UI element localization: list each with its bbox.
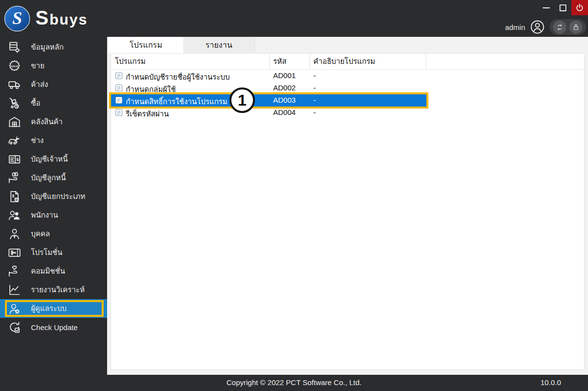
- sidebar-item-label: ช่าง: [31, 135, 44, 146]
- sidebar-item-label: บุคคล: [31, 228, 50, 240]
- promotion-icon: [8, 246, 21, 259]
- program-code: AD003: [273, 96, 296, 104]
- sidebar-item-label: ค้าส่ง: [31, 79, 48, 90]
- user-avatar-icon[interactable]: [530, 20, 545, 34]
- sale-icon: SALE: [8, 59, 21, 73]
- program-doc-icon: [115, 72, 123, 81]
- lock-icon: [572, 23, 580, 31]
- table-row[interactable]: กำหนดกลุ่มผู้ใช้ AD002 -: [111, 82, 584, 94]
- mechanic-icon: [8, 134, 21, 147]
- sidebar-nav: ข้อมูลหลัก SALE ขาย ค้าส่ง: [0, 37, 107, 391]
- sidebar-item-accounts-receivable[interactable]: บัญชีลูกหนี้: [0, 168, 107, 187]
- program-doc-icon: [115, 96, 123, 106]
- program-code: AD001: [273, 71, 296, 80]
- app-logo: S Sbuys: [4, 4, 88, 33]
- sidebar-item-label: Check Update: [31, 323, 78, 332]
- sidebar-item-check-update[interactable]: Check Update: [0, 318, 107, 336]
- column-header-program: โปรแกรม: [111, 54, 270, 69]
- main-content: โปรแกรม รายงาน โปรแกรม รหัส คำอธิบายโปรแ…: [107, 37, 588, 375]
- quick-actions: [550, 19, 586, 35]
- table-row[interactable]: กำหนดบัญชีรายชื่อผู้ใช้งานระบบ AD001 -: [111, 70, 584, 82]
- tab-bar: โปรแกรม รายงาน: [107, 37, 588, 53]
- tab-report[interactable]: รายงาน: [183, 37, 255, 53]
- power-button[interactable]: [571, 0, 588, 15]
- sidebar-item-purchase[interactable]: ซื้อ: [0, 94, 107, 112]
- lock-button[interactable]: [569, 21, 583, 34]
- title-bar: S Sbuys admin: [0, 0, 588, 37]
- sidebar-item-label: ซื้อ: [31, 97, 40, 109]
- tab-program[interactable]: โปรแกรม: [109, 37, 183, 53]
- program-name: กำหนดกลุ่มผู้ใช้: [126, 84, 176, 95]
- table-row-selected[interactable]: กำหนดสิทธิ์การใช้งานโปรแกรม AD003 -: [111, 94, 426, 107]
- maximize-icon: [558, 2, 568, 13]
- sidebar-item-person[interactable]: บุคคล: [0, 224, 107, 243]
- general-ledger-icon: $: [8, 190, 21, 203]
- sidebar-item-wholesale[interactable]: ค้าส่ง: [0, 75, 107, 94]
- master-data-icon: [8, 41, 21, 54]
- minimize-button[interactable]: [538, 0, 555, 15]
- program-list-panel: โปรแกรม รหัส คำอธิบายโปรแกรม กำหนดบัญชีร…: [111, 53, 585, 370]
- sidebar-item-label: ขาย: [31, 60, 44, 72]
- column-header-description: คำอธิบายโปรแกรม: [310, 54, 426, 69]
- sidebar-item-label: บัญชีเจ้าหนี้: [31, 153, 68, 165]
- step-annotation-circle: 1: [229, 87, 255, 113]
- sidebar-item-promotion[interactable]: โปรโมชั่น: [0, 243, 107, 262]
- warehouse-icon: [8, 115, 21, 129]
- user-area: admin: [505, 19, 586, 35]
- program-description: -: [313, 108, 316, 116]
- person-icon: [8, 227, 21, 241]
- table-body: กำหนดบัญชีรายชื่อผู้ใช้งานระบบ AD001 - ก…: [111, 70, 584, 119]
- maximize-button[interactable]: [555, 0, 571, 15]
- sidebar-item-sale[interactable]: SALE ขาย: [0, 56, 107, 75]
- delivery-truck-icon: [8, 78, 21, 91]
- column-header-code: รหัส: [270, 54, 310, 69]
- status-bar: Copyright © 2022 PCT Software Co., Ltd. …: [0, 375, 588, 391]
- sidebar-item-label: บัญชีลูกหนี้: [31, 172, 66, 184]
- sidebar-item-label: บัญชีแยกประเภท: [31, 191, 85, 202]
- program-name: รีเซ็ตรหัสผ่าน: [126, 108, 169, 120]
- program-code: AD002: [273, 84, 296, 92]
- sidebar-item-master-data[interactable]: ข้อมูลหลัก: [0, 38, 107, 56]
- sbuys-logo-icon: S: [4, 5, 30, 32]
- program-name: กำหนดสิทธิ์การใช้งานโปรแกรม: [126, 96, 227, 108]
- sidebar-item-admin[interactable]: ผู้ดูแลระบบ: [0, 299, 107, 318]
- analytics-icon: [8, 283, 21, 297]
- table-row[interactable]: รีเซ็ตรหัสผ่าน AD004 -: [111, 107, 584, 119]
- program-description: -: [313, 71, 316, 80]
- program-name: กำหนดบัญชีรายชื่อผู้ใช้งานระบบ: [126, 71, 230, 83]
- sidebar-item-label: รายงานวิเคราะห์: [31, 284, 84, 296]
- sidebar-item-employees[interactable]: พนักงาน: [0, 206, 107, 224]
- sidebar-item-label: คลังสินค้า: [31, 116, 62, 128]
- check-update-icon: [8, 321, 21, 334]
- power-icon: [574, 2, 585, 13]
- accounts-receivable-icon: [8, 171, 21, 185]
- copyright-text: Copyright © 2022 PCT Software Co., Ltd.: [0, 378, 588, 387]
- sidebar-item-mechanic[interactable]: ช่าง: [0, 131, 107, 150]
- refresh-button[interactable]: [553, 21, 566, 34]
- sidebar-item-general-ledger[interactable]: $ บัญชีแยกประเภท: [0, 187, 107, 206]
- sidebar-item-accounts-payable[interactable]: $ บัญชีเจ้าหนี้: [0, 150, 107, 168]
- admin-user-icon: [8, 302, 21, 315]
- sidebar-item-analytics[interactable]: รายงานวิเคราะห์: [0, 280, 107, 299]
- app-title: Sbuys: [35, 4, 88, 33]
- svg-text:$: $: [12, 194, 14, 198]
- svg-text:$: $: [16, 157, 19, 162]
- minimize-icon: [541, 2, 552, 13]
- sidebar-item-label: โปรโมชั่น: [31, 247, 62, 258]
- sidebar-item-label: พนักงาน: [31, 209, 58, 221]
- program-doc-icon: [115, 84, 123, 93]
- refresh-icon: [556, 23, 564, 31]
- commission-icon: [8, 265, 21, 278]
- sidebar-item-label: คอมมิชชั่น: [31, 265, 65, 277]
- sidebar-item-label: ผู้ดูแลระบบ: [31, 303, 67, 314]
- sidebar-item-commission[interactable]: คอมมิชชั่น: [0, 262, 107, 280]
- employees-icon: [8, 209, 21, 222]
- window-controls: [538, 0, 588, 16]
- program-description: -: [313, 84, 316, 92]
- program-doc-icon: [115, 109, 123, 118]
- program-description: -: [313, 96, 316, 104]
- program-code: AD004: [273, 108, 296, 116]
- purchase-cart-icon: [8, 97, 21, 110]
- sidebar-item-warehouse[interactable]: คลังสินค้า: [0, 112, 107, 131]
- svg-text:SALE: SALE: [11, 64, 18, 67]
